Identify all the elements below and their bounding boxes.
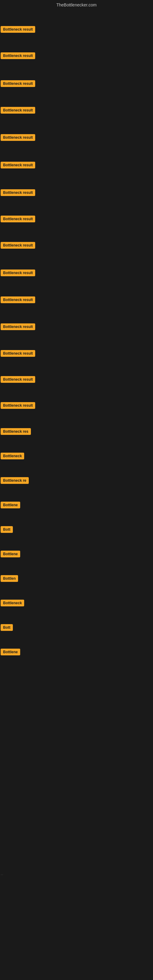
bottleneck-item-0[interactable]: Bottleneck result: [1, 26, 35, 34]
bottleneck-item-19[interactable]: Bott: [1, 526, 13, 534]
bottleneck-item-3[interactable]: Bottleneck result: [1, 107, 35, 115]
bottleneck-item-8[interactable]: Bottleneck result: [1, 242, 35, 250]
bottleneck-item-17[interactable]: Bottleneck re: [1, 477, 29, 485]
bottleneck-item-6[interactable]: Bottleneck result: [1, 189, 35, 197]
bottleneck-item-14[interactable]: Bottleneck result: [1, 402, 35, 410]
bottleneck-item-23[interactable]: Bott: [1, 624, 13, 632]
bottleneck-item-15[interactable]: Bottleneck res: [1, 428, 31, 436]
bottleneck-item-21[interactable]: Bottlen: [1, 575, 18, 583]
bottleneck-item-12[interactable]: Bottleneck result: [1, 350, 35, 358]
bottleneck-item-22[interactable]: Bottleneck: [1, 600, 24, 608]
bottleneck-item-9[interactable]: Bottleneck result: [1, 269, 35, 277]
bottleneck-item-5[interactable]: Bottleneck result: [1, 162, 35, 170]
tiny-indicator: ...: [1, 872, 3, 875]
bottleneck-item-4[interactable]: Bottleneck result: [1, 134, 35, 142]
bottleneck-item-20[interactable]: Bottlene: [1, 550, 20, 558]
bottleneck-item-16[interactable]: Bottleneck: [1, 453, 24, 461]
bottleneck-item-13[interactable]: Bottleneck result: [1, 376, 35, 384]
bottleneck-item-10[interactable]: Bottleneck result: [1, 296, 35, 304]
bottleneck-item-7[interactable]: Bottleneck result: [1, 216, 35, 224]
bottleneck-item-24[interactable]: Bottlene: [1, 649, 20, 657]
bottleneck-item-1[interactable]: Bottleneck result: [1, 52, 35, 60]
site-title: TheBottlenecker.com: [0, 0, 153, 9]
bottleneck-item-11[interactable]: Bottleneck result: [1, 323, 35, 331]
bottleneck-item-18[interactable]: Bottlene: [1, 502, 20, 510]
bottleneck-item-2[interactable]: Bottleneck result: [1, 80, 35, 88]
